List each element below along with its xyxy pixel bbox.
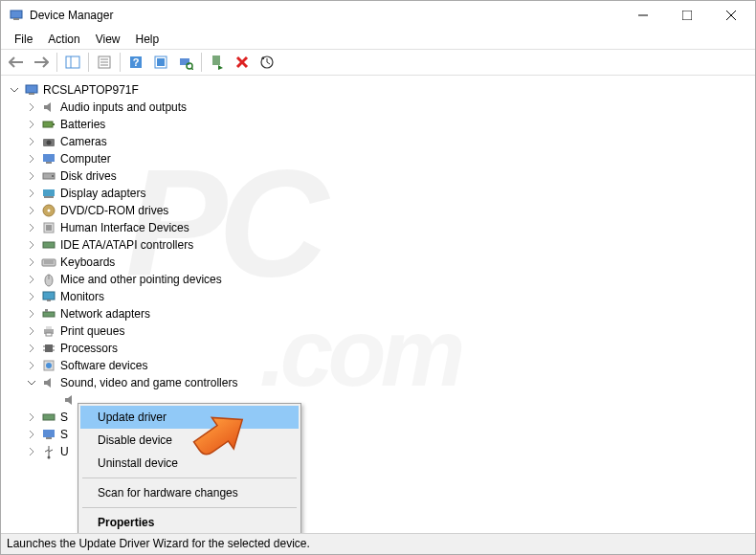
tree-item-label: Keyboards bbox=[60, 254, 115, 271]
scan-hardware-button[interactable] bbox=[174, 51, 197, 74]
expand-icon[interactable] bbox=[26, 325, 37, 337]
disk-icon bbox=[41, 168, 56, 184]
minimize-button[interactable] bbox=[621, 1, 665, 30]
tree-item-label: Print queues bbox=[60, 322, 124, 340]
tree-item[interactable]: Network adapters bbox=[5, 305, 751, 322]
context-uninstall-device[interactable]: Uninstall device bbox=[80, 452, 299, 475]
tree-item[interactable]: Mice and other pointing devices bbox=[5, 271, 751, 288]
collapse-icon[interactable] bbox=[26, 377, 37, 388]
expand-icon[interactable] bbox=[26, 153, 37, 165]
statusbar: Launches the Update Driver Wizard for th… bbox=[1, 533, 755, 554]
svg-rect-48 bbox=[45, 309, 48, 312]
expand-icon[interactable] bbox=[26, 429, 37, 440]
back-button[interactable] bbox=[5, 51, 28, 74]
tree-item[interactable]: Print queues bbox=[5, 322, 751, 340]
expand-icon[interactable] bbox=[26, 136, 37, 147]
tree-item[interactable]: Batteries bbox=[5, 116, 751, 133]
tree-item[interactable]: Monitors bbox=[5, 288, 751, 305]
spacer bbox=[47, 394, 58, 406]
toolbar-separator bbox=[201, 53, 202, 72]
expand-icon[interactable] bbox=[26, 256, 37, 268]
tree-item[interactable]: Keyboards bbox=[5, 254, 751, 271]
monitor-icon bbox=[41, 289, 56, 304]
tree-item-expanded[interactable]: Sound, video and game controllers bbox=[5, 374, 751, 391]
expand-icon[interactable] bbox=[26, 360, 37, 371]
show-hide-tree-button[interactable] bbox=[61, 51, 84, 74]
tree-item[interactable]: Software devices bbox=[5, 357, 751, 374]
expand-icon[interactable] bbox=[26, 446, 37, 457]
storage-icon bbox=[41, 410, 56, 425]
menu-file[interactable]: File bbox=[7, 31, 40, 48]
expand-icon[interactable] bbox=[26, 343, 37, 354]
help-button[interactable]: ? bbox=[124, 51, 147, 74]
expand-icon[interactable] bbox=[26, 274, 37, 285]
tree-item-label: Display adapters bbox=[60, 185, 145, 202]
svg-rect-52 bbox=[45, 344, 53, 352]
svg-rect-3 bbox=[682, 11, 692, 20]
uninstall-device-button[interactable] bbox=[231, 51, 254, 74]
svg-line-18 bbox=[191, 68, 193, 70]
tree-item[interactable]: Computer bbox=[5, 150, 751, 167]
tree-root[interactable]: RCSLAPTOP971F bbox=[5, 81, 751, 99]
tree-item[interactable]: Processors bbox=[5, 340, 751, 357]
tree-item[interactable]: IDE ATA/ATAPI controllers bbox=[5, 236, 751, 254]
maximize-button[interactable] bbox=[665, 1, 709, 30]
tree-item[interactable]: Human Interface Devices bbox=[5, 219, 751, 236]
update-driver-button[interactable] bbox=[256, 51, 278, 74]
tree-item[interactable]: Cameras bbox=[5, 133, 751, 150]
context-disable-device[interactable]: Disable device bbox=[80, 429, 299, 452]
camera-icon bbox=[41, 134, 56, 149]
expand-icon[interactable] bbox=[26, 239, 37, 251]
tree-item[interactable]: DVD/CD-ROM drives bbox=[5, 202, 751, 219]
svg-rect-23 bbox=[26, 85, 37, 93]
svg-rect-0 bbox=[11, 11, 22, 18]
svg-rect-46 bbox=[47, 300, 51, 301]
keyboard-icon bbox=[41, 255, 56, 270]
svg-rect-61 bbox=[46, 437, 52, 439]
forward-button[interactable] bbox=[30, 51, 53, 74]
menu-view[interactable]: View bbox=[88, 31, 128, 48]
context-separator bbox=[82, 477, 297, 478]
properties-button[interactable] bbox=[93, 51, 116, 74]
menu-help[interactable]: Help bbox=[128, 31, 167, 48]
menu-action[interactable]: Action bbox=[40, 31, 87, 48]
svg-rect-39 bbox=[43, 242, 55, 248]
context-item-label: Disable device bbox=[98, 433, 172, 447]
titlebar: Device Manager bbox=[1, 1, 755, 30]
svg-rect-51 bbox=[46, 333, 52, 336]
expand-icon[interactable] bbox=[26, 411, 37, 423]
svg-point-58 bbox=[46, 363, 52, 368]
toolbar-separator bbox=[120, 53, 121, 72]
expand-icon[interactable] bbox=[26, 222, 37, 233]
software-device-icon bbox=[41, 358, 56, 373]
svg-point-62 bbox=[48, 456, 51, 459]
enable-device-button[interactable] bbox=[206, 51, 229, 74]
expand-icon[interactable] bbox=[26, 119, 37, 130]
expand-icon[interactable] bbox=[26, 188, 37, 199]
expand-icon[interactable] bbox=[26, 101, 37, 113]
context-update-driver[interactable]: Update driver bbox=[80, 406, 299, 429]
printer-icon bbox=[41, 323, 56, 339]
action-button[interactable] bbox=[149, 51, 172, 74]
context-item-label: Update driver bbox=[98, 411, 167, 424]
menubar: File Action View Help bbox=[1, 30, 755, 49]
close-button[interactable] bbox=[709, 1, 753, 30]
tree-item[interactable]: Display adapters bbox=[5, 185, 751, 202]
usb-icon bbox=[41, 444, 56, 459]
tree-item-label: DVD/CD-ROM drives bbox=[60, 202, 168, 219]
expand-icon[interactable] bbox=[26, 291, 37, 302]
tree-item-label: Audio inputs and outputs bbox=[60, 99, 187, 116]
expand-icon[interactable] bbox=[26, 308, 37, 320]
audio-icon bbox=[62, 392, 78, 408]
toolbar-separator bbox=[88, 53, 89, 72]
tree-item[interactable]: Disk drives bbox=[5, 167, 751, 185]
tree-item[interactable]: Audio inputs and outputs bbox=[5, 99, 751, 116]
svg-rect-29 bbox=[43, 154, 55, 162]
context-scan-hardware[interactable]: Scan for hardware changes bbox=[80, 481, 299, 504]
expand-icon[interactable] bbox=[26, 170, 37, 182]
tree-item-label: Monitors bbox=[60, 288, 104, 305]
expand-icon[interactable] bbox=[26, 205, 37, 216]
svg-text:?: ? bbox=[133, 56, 140, 68]
context-properties[interactable]: Properties bbox=[80, 511, 299, 534]
collapse-icon[interactable] bbox=[9, 84, 20, 96]
